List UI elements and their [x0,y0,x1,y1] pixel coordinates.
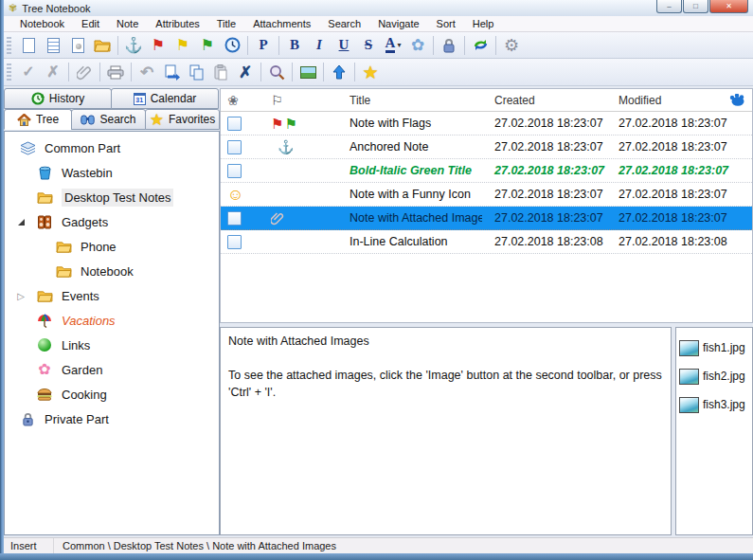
column-created[interactable]: Created [482,94,606,107]
toolbar-grip[interactable] [7,63,11,81]
column-title[interactable]: Title [337,94,482,107]
clock-button[interactable] [220,34,244,57]
menu-attachments[interactable]: Attachments [244,17,319,30]
attach-button[interactable] [72,61,97,83]
menu-navigate[interactable]: Navigate [369,17,427,30]
menu-help[interactable]: Help [464,17,503,30]
bold-button[interactable]: B [282,34,307,57]
note-row-funny-icon[interactable]: ☺ Note with a Funny Icon 27.02.2018 18:2… [221,183,752,207]
note-preview-panel[interactable]: Note with Attached Images To see the att… [220,327,672,535]
copy-button[interactable] [184,61,208,83]
note-checkbox[interactable] [227,211,242,226]
note-checkbox[interactable] [227,235,242,249]
italic-button[interactable]: I [307,34,332,57]
tree-item-events[interactable]: ▷ Events [5,283,219,308]
note-checkbox[interactable] [227,164,242,178]
note-row-flags[interactable]: ⚑ ⚑ Note with Flags 27.02.2018 18:23:07 … [221,112,752,135]
note-row-inline-calculation[interactable]: In-Line Calculation 27.02.2018 18:23:08 … [221,230,752,254]
image-button[interactable] [296,61,320,83]
minimize-button[interactable]: – [656,0,682,13]
note-created: 27.02.2018 18:23:07 [482,117,606,130]
image-thumbnail-icon [679,340,699,356]
cancel-button[interactable]: ✗ [41,61,65,83]
menu-title[interactable]: Title [208,17,244,30]
tree-item-links[interactable]: Links [5,333,219,357]
note-text-button[interactable] [41,34,65,57]
burger-icon [36,388,53,401]
column-modified[interactable]: Modified [606,94,713,107]
settings-button[interactable]: ⚙ [499,34,524,57]
italic-icon: I [316,37,322,53]
menu-search[interactable]: Search [319,17,369,30]
search-button[interactable] [264,61,289,83]
tree-item-desktop-test-notes[interactable]: Desktop Test Notes [5,185,219,209]
paste-button[interactable] [208,61,233,83]
refresh-button[interactable] [468,34,493,57]
close-button[interactable]: ✕ [709,0,748,13]
toolbar-grip[interactable] [7,37,11,54]
tree-item-private-part[interactable]: Private Part [5,406,219,431]
flag-outline-header-icon[interactable]: ⚐ [271,94,283,107]
note-title: In-Line Calculation [337,235,482,248]
note-row-attached-images[interactable]: Note with Attached Images 27.02.2018 18:… [221,207,752,230]
tree-item-garden[interactable]: ✿ Garden [5,357,219,382]
export-note-button[interactable] [159,61,184,83]
paw-header-icon[interactable] [729,94,744,106]
tab-calendar[interactable]: 31 Calendar [111,88,219,109]
tree-item-notebook[interactable]: Notebook [5,259,219,283]
note-checkbox[interactable] [227,117,242,131]
confirm-button[interactable]: ✓ [16,61,41,83]
tree-item-phone[interactable]: Phone [5,234,219,259]
note-row-green[interactable]: Bold-Italic Green Title 27.02.2018 18:23… [221,159,752,183]
menu-attributes[interactable]: Attributes [147,17,207,30]
note-disc-button[interactable] [65,34,90,57]
tree-item-vacations[interactable]: Vacations [5,308,219,333]
menu-edit[interactable]: Edit [73,17,108,30]
tab-search[interactable]: Search [71,109,146,130]
flower-outline-header-icon[interactable]: ❀ [227,94,239,107]
star-icon: ★ [362,63,378,81]
note-checkbox[interactable] [227,140,242,154]
attachment-item[interactable]: fish2.jpg [679,362,749,390]
yellow-flag-button[interactable]: ⚑ [170,34,195,57]
notes-tree: Common Part Wastebin Desktop Test Notes … [4,131,220,535]
attachment-item[interactable]: fish3.jpg [679,390,749,419]
collapsed-triangle-icon[interactable]: ▷ [14,291,27,301]
folder-icon [94,39,111,52]
new-note-button[interactable] [16,34,41,57]
print-button[interactable] [103,61,128,83]
delete-button[interactable]: ✗ [233,61,258,83]
expanded-triangle-icon[interactable] [14,219,27,226]
anchor-button[interactable]: ⚓ [121,34,146,57]
underline-button[interactable]: U [332,34,356,57]
attachment-item[interactable]: fish1.jpg [679,334,749,362]
favorite-button[interactable]: ★ [358,61,383,83]
paperclip-icon [271,211,285,226]
menu-notebook[interactable]: Notebook [11,17,73,30]
titlebar[interactable]: ✾ Tree Notebook – □ ✕ [4,0,753,16]
folder-icon [36,290,53,302]
font-color-button[interactable]: A ▾ [381,34,405,57]
tab-tree[interactable]: Tree [4,109,72,130]
red-flag-button[interactable]: ⚑ [146,34,170,57]
maximize-button[interactable]: □ [683,0,708,13]
note-row-anchored[interactable]: ⚓ Anchored Note 27.02.2018 18:23:07 27.0… [221,135,752,159]
menu-sort[interactable]: Sort [428,17,464,30]
paragraph-button[interactable]: P [251,34,276,57]
umbrella-icon [36,314,53,328]
export-page-icon [163,64,180,81]
tree-item-gadgets[interactable]: Gadgets [5,209,219,234]
tab-history[interactable]: History [4,88,112,109]
tree-item-cooking[interactable]: Cooking [5,382,219,406]
new-folder-button[interactable] [90,34,115,57]
menu-note[interactable]: Note [108,17,147,30]
tab-favorites[interactable]: ★ Favorites [145,109,220,130]
flower-button[interactable]: ✿ [405,34,430,57]
tree-item-wastebin[interactable]: Wastebin [5,160,219,185]
green-flag-button[interactable]: ⚑ [195,34,220,57]
tree-item-common-part[interactable]: Common Part [5,135,219,160]
lock-button[interactable] [437,34,461,57]
undo-button[interactable]: ↶ [134,61,159,83]
move-up-button[interactable] [327,61,351,83]
strikethrough-button[interactable]: S [356,34,381,57]
